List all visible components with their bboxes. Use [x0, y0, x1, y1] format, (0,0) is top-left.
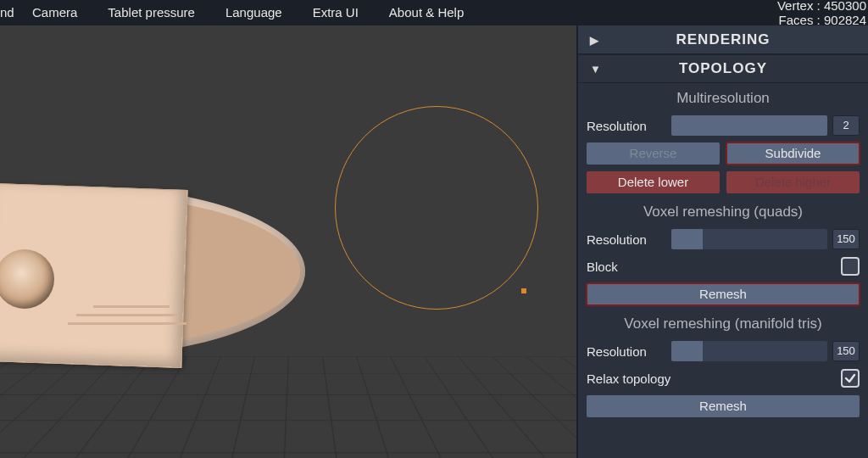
subheading-voxel-tris: Voxel remeshing (manifold tris) — [578, 309, 868, 338]
section-header-topology[interactable]: ▼ TOPOLOGY — [578, 54, 868, 83]
multires-resolution-value[interactable]: 2 — [832, 115, 860, 136]
voxel-tris-resolution-value[interactable]: 150 — [832, 341, 860, 361]
slider-fill — [671, 115, 827, 136]
check-icon — [844, 372, 856, 384]
section-header-rendering[interactable]: ▶ RENDERING — [578, 25, 868, 54]
reverse-button[interactable]: Reverse — [587, 142, 720, 165]
voxel-tris-resolution-slider[interactable] — [671, 341, 827, 361]
chevron-down-icon: ▼ — [590, 63, 602, 75]
vertex-count: Vertex : 450300 — [777, 0, 866, 13]
menu-item-camera[interactable]: Camera — [17, 0, 92, 25]
mesh-stats: Vertex : 450300 Faces : 902824 — [777, 0, 866, 27]
section-title-topology: TOPOLOGY — [679, 60, 767, 77]
multires-resolution-slider[interactable] — [671, 115, 827, 136]
voxel-tris-relax-row: Relax topology — [578, 365, 868, 392]
menu-item-tablet-pressure[interactable]: Tablet pressure — [92, 0, 210, 25]
slider-fill — [671, 229, 703, 249]
mesh-detail-line — [68, 322, 186, 325]
sculpt-mesh[interactable] — [0, 170, 322, 399]
multires-resolution-row: Resolution 2 — [578, 112, 868, 139]
multires-button-row-1: Reverse Subdivide — [578, 139, 868, 168]
voxel-quads-block-row: Block — [578, 253, 868, 280]
menu-item-language[interactable]: Language — [210, 0, 298, 25]
multires-resolution-label: Resolution — [587, 119, 671, 133]
top-menu-bar: nd Camera Tablet pressure Language Extra… — [0, 0, 868, 25]
brush-radius-indicator — [335, 106, 538, 310]
subdivide-button[interactable]: Subdivide — [726, 142, 860, 165]
voxel-quads-remesh-row: Remesh — [578, 280, 868, 309]
menu-item-about-help[interactable]: About & Help — [374, 0, 479, 25]
right-panel: ▶ RENDERING ▼ TOPOLOGY Multiresolution R… — [576, 25, 868, 458]
mesh-detail-line — [76, 314, 178, 316]
section-title-rendering: RENDERING — [676, 31, 770, 48]
voxel-tris-remesh-row: Remesh — [578, 392, 868, 421]
voxel-quads-block-label: Block — [587, 260, 671, 274]
menu-item-extra-ui[interactable]: Extra UI — [298, 0, 374, 25]
voxel-tris-resolution-row: Resolution 150 — [578, 338, 868, 365]
voxel-quads-remesh-button[interactable]: Remesh — [587, 283, 860, 305]
voxel-quads-resolution-slider[interactable] — [671, 229, 827, 249]
viewport-3d[interactable] — [0, 25, 576, 458]
mesh-detail-line — [93, 305, 170, 308]
menu-item-truncated[interactable]: nd — [0, 0, 17, 25]
voxel-tris-remesh-button[interactable]: Remesh — [587, 395, 860, 417]
chevron-right-icon: ▶ — [590, 33, 599, 46]
delete-higher-button[interactable]: Delete higher — [726, 171, 860, 193]
subheading-multiresolution: Multiresolution — [578, 83, 868, 112]
subheading-voxel-quads: Voxel remeshing (quads) — [578, 197, 868, 226]
multires-button-row-2: Delete lower Delete higher — [578, 168, 868, 197]
voxel-tris-relax-checkbox[interactable] — [841, 369, 860, 388]
voxel-tris-resolution-label: Resolution — [587, 344, 671, 359]
delete-lower-button[interactable]: Delete lower — [587, 171, 720, 193]
voxel-tris-relax-label: Relax topology — [587, 371, 714, 386]
voxel-quads-resolution-value[interactable]: 150 — [832, 229, 860, 249]
voxel-quads-block-checkbox[interactable] — [841, 257, 860, 276]
slider-fill — [671, 341, 703, 361]
voxel-quads-resolution-row: Resolution 150 — [578, 226, 868, 253]
cursor-dot — [521, 288, 526, 293]
voxel-quads-resolution-label: Resolution — [587, 232, 671, 247]
